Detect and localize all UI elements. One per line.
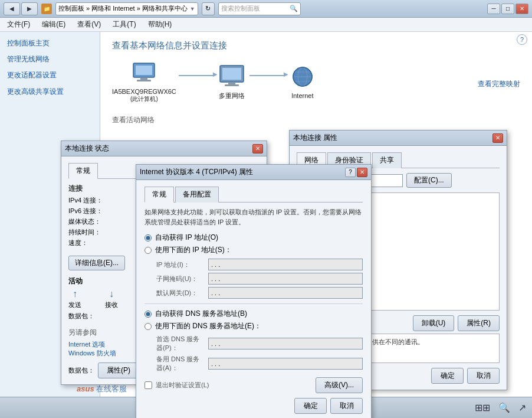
svg-rect-2	[140, 77, 147, 80]
auto-ip-row: 自动获得 IP 地址(O)	[145, 233, 363, 243]
computer-node-label: IA5BEXQ9REGWX6C(此计算机)	[112, 88, 176, 103]
back-button[interactable]: ◀	[4, 2, 20, 15]
address-dropdown-icon[interactable]: ▼	[190, 6, 195, 12]
help-icon[interactable]: ?	[517, 34, 527, 45]
svg-rect-3	[137, 80, 151, 81]
menu-file[interactable]: 文件(F)	[5, 18, 32, 31]
taskbar-icon-grid[interactable]: ⊞⊞	[475, 402, 490, 413]
title-bar: ◀ ▶ 📁 控制面板 » 网络和 Internet » 网络和共享中心 ▼ ↻ …	[0, 0, 532, 18]
props-titlebar: 本地连接 属性 ✕	[290, 130, 507, 146]
active-network-label: 查看活动网络	[112, 115, 520, 125]
packets-label: 数据包：	[68, 312, 94, 319]
internet-node-label: Internet	[291, 92, 313, 99]
tcpip-divider	[145, 303, 363, 304]
ipv4-label: IPv4 连接：	[68, 196, 103, 205]
sidebar-link-home[interactable]: 控制面板主页	[7, 38, 93, 49]
network-diagram: IA5BEXQ9REGWX6C(此计算机) 多重网络	[112, 60, 520, 103]
nav-buttons: ◀ ▶	[4, 2, 38, 15]
forward-button[interactable]: ▶	[21, 2, 38, 15]
properties-button-status[interactable]: 属性(P)	[98, 363, 139, 378]
subnet-input[interactable]	[208, 273, 363, 285]
taskbar-icon-search[interactable]: 🔍	[498, 402, 510, 413]
network-node-label: 多重网络	[219, 92, 245, 100]
manual-ip-radio[interactable]	[145, 247, 152, 254]
manual-ip-label: 使用下面的 IP 地址(S)：	[155, 245, 232, 255]
title-bar-controls: ─ □ ✕	[487, 4, 528, 14]
primary-dns-row: 首选 DNS 服务器(P)：	[156, 335, 363, 352]
auto-dns-radio[interactable]	[145, 311, 152, 318]
tcpip-cancel-button[interactable]: 取消	[330, 398, 363, 414]
ip-radio-group: 自动获得 IP 地址(O) 使用下面的 IP 地址(S)：	[145, 233, 363, 255]
exit-verify-checkbox[interactable]	[145, 381, 152, 389]
tcpip-close-button[interactable]: ✕	[357, 168, 367, 177]
status-tab-general[interactable]: 常规	[68, 163, 98, 179]
configure-button[interactable]: 配置(C)...	[406, 173, 452, 188]
primary-dns-field-label: 首选 DNS 服务器(P)：	[156, 335, 203, 352]
props-ok-button[interactable]: 确定	[431, 368, 464, 384]
page-title: 查看基本网络信息并设置连接	[112, 40, 520, 51]
search-bar[interactable]: 搜索控制面板 🔍	[218, 2, 301, 15]
primary-dns-input[interactable]	[208, 338, 363, 350]
props-title-text: 本地连接 属性	[293, 133, 337, 143]
manual-ip-row: 使用下面的 IP 地址(S)：	[145, 245, 363, 255]
menu-help[interactable]: 帮助(H)	[146, 18, 175, 31]
secondary-dns-row: 备用 DNS 服务器(A)：	[156, 355, 363, 373]
status-titlebar: 本地连接 状态 ✕	[61, 141, 267, 156]
subnet-field-label: 子网掩码(U)：	[156, 275, 203, 283]
tcpip-ok-button[interactable]: 确定	[294, 398, 327, 414]
tcpip-tab-general[interactable]: 常规	[145, 187, 174, 203]
view-full-map-link[interactable]: 查看完整映射	[478, 79, 520, 89]
maximize-button[interactable]: □	[501, 4, 514, 14]
asus-watermark: asus 在线客服	[77, 384, 127, 394]
monitor-icon	[216, 63, 247, 89]
props-close-button[interactable]: ✕	[492, 133, 503, 143]
ip-address-input[interactable]	[208, 259, 363, 270]
network-arrow-2	[249, 75, 285, 76]
menu-edit[interactable]: 编辑(E)	[40, 18, 68, 31]
computer-icon	[129, 60, 159, 86]
manual-dns-label: 使用下面的 DNS 服务器地址(E)：	[155, 321, 261, 331]
sidebar-link-sharing[interactable]: 更改高级共享设置	[7, 86, 93, 97]
svg-rect-7	[225, 84, 239, 86]
status-title-text: 本地连接 状态	[65, 143, 109, 154]
props-tab-sharing[interactable]: 共享	[372, 152, 402, 168]
properties-button-props[interactable]: 属性(R)	[458, 315, 500, 331]
status-close-button[interactable]: ✕	[252, 144, 263, 154]
svg-rect-1	[136, 66, 152, 75]
speed-label: 速度：	[68, 239, 103, 247]
address-text: 控制面板 » 网络和 Internet » 网络和共享中心	[58, 4, 188, 13]
send-arrow-icon: ↑	[73, 289, 77, 299]
subnet-row: 子网掩码(U)：	[156, 273, 363, 285]
exit-verify-row: 退出时验证设置(L) 高级(V)...	[145, 377, 363, 393]
tcpip-tab-alternate[interactable]: 备用配置	[175, 187, 219, 203]
menu-tools[interactable]: 工具(T)	[110, 18, 138, 31]
taskbar-icon-share[interactable]: ↗	[518, 402, 526, 413]
tcpip-controls: ? ✕	[345, 168, 367, 177]
tcpip-titlebar: Internet 协议版本 4 (TCP/IPv4) 属性 ? ✕	[136, 165, 371, 180]
recv-label: 接收	[105, 301, 118, 309]
ip-address-field-label: IP 地址(I)：	[156, 260, 203, 269]
globe-icon	[287, 64, 318, 90]
svg-rect-6	[228, 82, 235, 84]
auto-ip-label: 自动获得 IP 地址(O)	[155, 233, 218, 243]
auto-ip-radio[interactable]	[145, 234, 152, 241]
manual-dns-row: 使用下面的 DNS 服务器地址(E)：	[145, 321, 363, 331]
sidebar-link-adapter[interactable]: 更改适配器设置	[7, 70, 93, 81]
sidebar-link-wireless[interactable]: 管理无线网络	[7, 54, 93, 65]
gateway-input[interactable]	[208, 287, 363, 299]
send-column: ↑ 发送	[68, 289, 81, 309]
manual-dns-radio[interactable]	[145, 323, 152, 330]
asus-text: 在线客服	[96, 384, 127, 393]
secondary-dns-input[interactable]	[208, 358, 363, 370]
menu-view[interactable]: 查看(V)	[75, 18, 103, 31]
address-bar[interactable]: 控制面板 » 网络和 Internet » 网络和共享中心 ▼	[55, 2, 198, 15]
detail-info-button[interactable]: 详细信息(E)...	[68, 256, 125, 270]
tcpip-help-button[interactable]: ?	[345, 168, 356, 177]
advanced-button[interactable]: 高级(V)...	[316, 377, 363, 393]
refresh-button[interactable]: ↻	[202, 2, 215, 15]
minimize-button[interactable]: ─	[487, 4, 500, 14]
close-button[interactable]: ✕	[515, 4, 528, 14]
props-cancel-button[interactable]: 取消	[467, 368, 500, 384]
gateway-field-label: 默认网关(D)：	[156, 289, 203, 298]
uninstall-button[interactable]: 卸载(U)	[413, 315, 455, 331]
